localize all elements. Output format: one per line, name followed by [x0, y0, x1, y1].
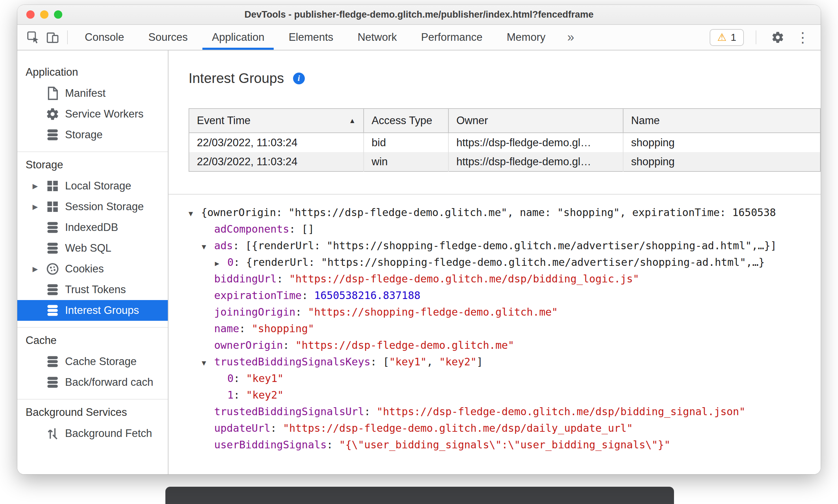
sidebar-section-storage: Storage▶Local Storage▶Session StorageInd…	[17, 151, 168, 327]
tree-row[interactable]: expirationTime: 1650538216.837188	[189, 287, 821, 304]
column-header-owner[interactable]: Owner	[448, 109, 623, 133]
chevron-right-icon[interactable]: ▶	[33, 203, 46, 211]
tree-token-key: 1	[227, 389, 234, 401]
tab-elements[interactable]: Elements	[276, 25, 345, 50]
tree-row[interactable]: 0: "key1"	[189, 370, 821, 387]
tree-token-key: trustedBiddingSignalsKeys	[214, 356, 371, 368]
devtools-content: ApplicationManifestService WorkersStorag…	[17, 50, 821, 474]
tree-row[interactable]: userBiddingSignals: "{\"user_bidding_sig…	[189, 437, 821, 453]
sidebar-item-label: Web SQL	[65, 242, 111, 254]
tree-row[interactable]: 1: "key2"	[189, 387, 821, 403]
table-cell: https://dsp-fledge-demo.gl…	[448, 152, 623, 171]
chevron-right-icon[interactable]: ▶	[33, 265, 46, 273]
database-icon	[46, 241, 60, 255]
triangle-down-icon[interactable]: ▼	[202, 355, 214, 371]
tree-token-plain: : [	[371, 356, 389, 368]
grid-body: 22/03/2022, 11:03:24bidhttps://dsp-fledg…	[189, 133, 820, 171]
sidebar-item-background-fetch[interactable]: Background Fetch	[17, 423, 168, 444]
column-label: Name	[631, 114, 660, 127]
triangle-right-icon[interactable]: ▶	[215, 255, 227, 272]
sidebar-header-cache: Cache	[17, 330, 168, 351]
three-dot-menu-icon[interactable]: ⋮	[794, 29, 811, 45]
window-controls	[26, 10, 62, 19]
gear-icon	[46, 107, 60, 121]
sort-asc-icon: ▲	[349, 117, 356, 125]
tree-row[interactable]: name: "shopping"	[189, 320, 821, 337]
inspect-icon[interactable]	[24, 28, 43, 47]
table-row[interactable]: 22/03/2022, 11:03:24bidhttps://dsp-fledg…	[189, 133, 820, 152]
database-icon	[46, 355, 60, 368]
sidebar-item-label: Service Workers	[65, 108, 144, 120]
column-label: Owner	[456, 114, 488, 127]
table-icon	[46, 200, 60, 214]
tree-row[interactable]: ▶0: {renderUrl: "https://shopping-fledge…	[189, 254, 821, 271]
tree-token-str: "key2"	[439, 356, 476, 368]
fetch-icon	[46, 427, 60, 440]
tree-token-plain: {ownerOrigin: "https://dsp-fledge-demo.g…	[201, 206, 776, 218]
sidebar-item-local-storage[interactable]: ▶Local Storage	[17, 176, 168, 196]
triangle-down-icon[interactable]: ▼	[189, 205, 201, 222]
sidebar-item-label: Session Storage	[65, 200, 144, 213]
tab-memory[interactable]: Memory	[495, 25, 558, 50]
more-tabs-button[interactable]: »	[558, 25, 584, 50]
device-toolbar-icon[interactable]	[43, 28, 62, 47]
sidebar-item-back-forward-cach[interactable]: Back/forward cach	[17, 372, 168, 393]
sidebar-item-session-storage[interactable]: ▶Session Storage	[17, 196, 168, 217]
column-header-event-time[interactable]: Event Time▲	[189, 109, 364, 133]
tree-row[interactable]: joiningOrigin: "https://shopping-fledge-…	[189, 304, 821, 320]
column-header-name[interactable]: Name	[623, 109, 820, 133]
tree-row[interactable]: adComponents: []	[189, 221, 821, 237]
tree-token-str: "key1"	[389, 356, 427, 368]
tree-token-str: "{\"user_bidding_signals\":\"user_biddin…	[339, 439, 670, 451]
tree-row[interactable]: trustedBiddingSignalsUrl: "https://dsp-f…	[189, 403, 821, 420]
sidebar-item-cookies[interactable]: ▶Cookies	[17, 259, 168, 279]
tab-network[interactable]: Network	[345, 25, 409, 50]
column-header-access-type[interactable]: Access Type	[364, 109, 448, 133]
tree-token-str: "shopping"	[252, 323, 314, 335]
sidebar-item-label: IndexedDB	[65, 221, 118, 234]
zoom-button[interactable]	[54, 10, 62, 19]
triangle-down-icon[interactable]: ▼	[202, 239, 214, 255]
tab-performance[interactable]: Performance	[409, 25, 494, 50]
tree-token-key: ads	[214, 240, 233, 252]
sidebar-item-label: Cookies	[65, 263, 104, 275]
tree-row[interactable]: biddingUrl: "https://dsp-fledge-demo.gli…	[189, 271, 821, 287]
sidebar-section-application: ApplicationManifestService WorkersStorag…	[17, 59, 168, 151]
tree-token-plain: :	[364, 405, 376, 418]
tree-row[interactable]: ▼trustedBiddingSignalsKeys: ["key1", "ke…	[189, 354, 821, 370]
manifest-icon	[46, 86, 60, 100]
sidebar-item-interest-groups[interactable]: Interest Groups	[17, 300, 168, 321]
issues-badge[interactable]: ⚠ 1	[710, 29, 744, 46]
sidebar-item-service-workers[interactable]: Service Workers	[17, 104, 168, 124]
tab-application[interactable]: Application	[200, 25, 276, 50]
sidebar-section-background-services: Background ServicesBackground Fetch	[17, 399, 168, 450]
table-cell: 22/03/2022, 11:03:24	[189, 152, 364, 171]
sidebar-item-cache-storage[interactable]: Cache Storage	[17, 351, 168, 372]
sidebar-header-background-services: Background Services	[17, 402, 168, 423]
database-icon	[46, 221, 60, 234]
tree-token-plain: :	[277, 273, 289, 285]
tab-console[interactable]: Console	[73, 25, 136, 50]
table-row[interactable]: 22/03/2022, 11:03:24winhttps://dsp-fledg…	[189, 152, 820, 171]
table-cell: 22/03/2022, 11:03:24	[189, 133, 364, 152]
chevron-right-icon[interactable]: ▶	[33, 182, 46, 190]
info-icon[interactable]: i	[293, 73, 305, 84]
gear-icon[interactable]	[768, 28, 787, 47]
tree-token-key: trustedBiddingSignalsUrl	[214, 405, 364, 418]
sidebar-item-manifest[interactable]: Manifest	[17, 83, 168, 104]
table-cell: shopping	[623, 152, 820, 171]
tree-row[interactable]: ▼ads: [{renderUrl: "https://shopping-fle…	[189, 237, 821, 254]
sidebar-item-trust-tokens[interactable]: Trust Tokens	[17, 279, 168, 300]
sidebar-item-indexeddb[interactable]: IndexedDB	[17, 217, 168, 238]
tree-token-key: 0	[227, 372, 234, 384]
tree-row[interactable]: ownerOrigin: "https://dsp-fledge-demo.gl…	[189, 337, 821, 354]
minimize-button[interactable]	[40, 10, 48, 19]
close-button[interactable]	[26, 10, 35, 19]
panel-title-row: Interest Groups i	[189, 71, 821, 86]
database-icon	[46, 304, 60, 317]
tree-row[interactable]: updateUrl: "https://dsp-fledge-demo.glit…	[189, 420, 821, 437]
tab-sources[interactable]: Sources	[136, 25, 200, 50]
tree-row[interactable]: ▼{ownerOrigin: "https://dsp-fledge-demo.…	[189, 204, 821, 221]
sidebar-item-storage[interactable]: Storage	[17, 124, 168, 145]
sidebar-item-web-sql[interactable]: Web SQL	[17, 238, 168, 259]
